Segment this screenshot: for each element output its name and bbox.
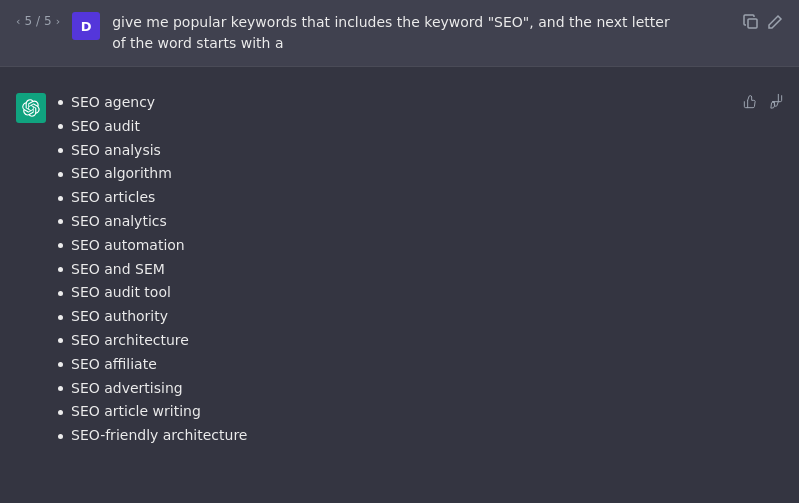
keyword-text: SEO article writing <box>71 400 201 424</box>
keyword-text: SEO authority <box>71 305 168 329</box>
bullet-icon <box>58 267 63 272</box>
list-item: SEO audit tool <box>58 281 247 305</box>
keyword-text: SEO-friendly architecture <box>71 424 247 448</box>
edit-icon[interactable] <box>767 14 783 34</box>
keyword-text: SEO audit tool <box>71 281 171 305</box>
prompt-text: give me popular keywords that includes t… <box>112 12 672 54</box>
bullet-icon <box>58 100 63 105</box>
bullet-icon <box>58 124 63 129</box>
bullet-icon <box>58 219 63 224</box>
user-avatar: D <box>72 12 100 40</box>
bot-avatar <box>16 93 46 123</box>
bullet-icon <box>58 148 63 153</box>
keyword-text: SEO algorithm <box>71 162 172 186</box>
bullet-icon <box>58 172 63 177</box>
chatgpt-icon <box>22 99 40 117</box>
nav-separator: / <box>36 14 40 28</box>
keyword-text: SEO analysis <box>71 139 161 163</box>
bullet-icon <box>58 196 63 201</box>
nav-current: 5 <box>24 14 32 28</box>
header-icons <box>743 12 783 34</box>
list-item: SEO analytics <box>58 210 247 234</box>
bullet-icon <box>58 315 63 320</box>
keyword-text: SEO advertising <box>71 377 183 401</box>
list-item: SEO advertising <box>58 377 247 401</box>
bullet-icon <box>58 410 63 415</box>
list-item: SEO audit <box>58 115 247 139</box>
keyword-text: SEO agency <box>71 91 155 115</box>
list-item: SEO authority <box>58 305 247 329</box>
header: ‹ 5 / 5 › D give me popular keywords tha… <box>0 0 799 67</box>
next-arrow[interactable]: › <box>56 15 60 28</box>
nav-total: 5 <box>44 14 52 28</box>
keyword-text: SEO affiliate <box>71 353 157 377</box>
keyword-text: SEO and SEM <box>71 258 165 282</box>
list-item: SEO automation <box>58 234 247 258</box>
bullet-icon <box>58 338 63 343</box>
keyword-text: SEO architecture <box>71 329 189 353</box>
list-item: SEO articles <box>58 186 247 210</box>
keyword-text: SEO audit <box>71 115 140 139</box>
thumbup-icon[interactable] <box>743 93 759 113</box>
bullet-icon <box>58 243 63 248</box>
svg-rect-0 <box>748 19 757 28</box>
bullet-icon <box>58 386 63 391</box>
list-item: SEO-friendly architecture <box>58 424 247 448</box>
keyword-text: SEO automation <box>71 234 185 258</box>
list-item: SEO and SEM <box>58 258 247 282</box>
bullet-icon <box>58 362 63 367</box>
list-item: SEO agency <box>58 91 247 115</box>
action-icons <box>743 91 783 113</box>
header-left: ‹ 5 / 5 › D give me popular keywords tha… <box>16 12 672 54</box>
keyword-list: SEO agencySEO auditSEO analysisSEO algor… <box>58 91 247 448</box>
list-item: SEO analysis <box>58 139 247 163</box>
list-item: SEO affiliate <box>58 353 247 377</box>
page-nav: ‹ 5 / 5 › <box>16 12 60 28</box>
thumbdown-icon[interactable] <box>767 93 783 113</box>
keyword-text: SEO articles <box>71 186 155 210</box>
list-item: SEO architecture <box>58 329 247 353</box>
response-area: SEO agencySEO auditSEO analysisSEO algor… <box>58 91 783 448</box>
keyword-text: SEO analytics <box>71 210 167 234</box>
bullet-icon <box>58 434 63 439</box>
main-content: SEO agencySEO auditSEO analysisSEO algor… <box>0 67 799 464</box>
list-item: SEO article writing <box>58 400 247 424</box>
prev-arrow[interactable]: ‹ <box>16 15 20 28</box>
list-item: SEO algorithm <box>58 162 247 186</box>
copy-icon[interactable] <box>743 14 759 34</box>
bullet-icon <box>58 291 63 296</box>
